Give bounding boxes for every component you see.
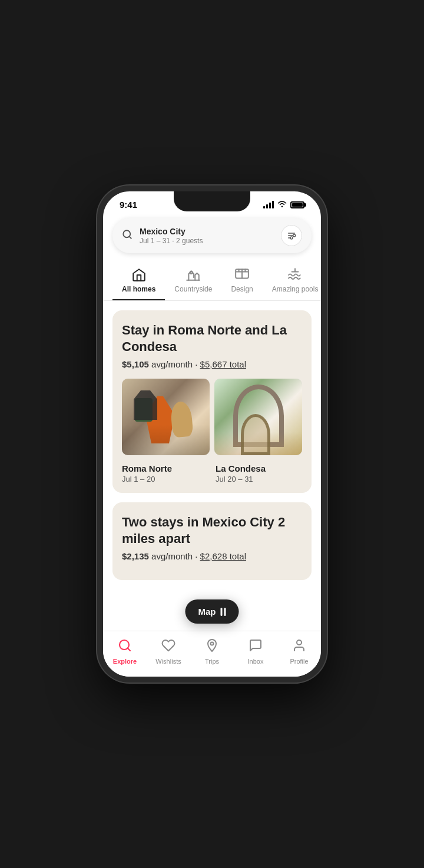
- avg-label-1: avg/month ·: [151, 359, 200, 369]
- search-location: Mexico City: [140, 227, 274, 236]
- svg-point-10: [211, 642, 214, 645]
- filter-button[interactable]: [281, 225, 302, 246]
- category-tabs: All homes Countryside Design: [103, 259, 321, 300]
- tab-divider: [103, 300, 321, 301]
- nav-wishlists[interactable]: Wishlists: [147, 636, 190, 667]
- search-dates: Jul 1 – 31 · 2 guests: [140, 237, 274, 245]
- search-bar[interactable]: Mexico City Jul 1 – 31 · 2 guests: [112, 218, 312, 253]
- status-icons: [263, 200, 304, 209]
- listing-info-condesa: La Condesa Jul 20 – 31: [216, 463, 302, 483]
- svg-line-1: [129, 236, 131, 238]
- stay-card-2[interactable]: Two stays in Mexico City 2 miles apart $…: [112, 502, 312, 580]
- avg-label-2: avg/month ·: [151, 551, 200, 561]
- nav-trips-label: Trips: [205, 658, 219, 665]
- tab-countryside-label: Countryside: [174, 285, 212, 293]
- trips-icon: [205, 638, 219, 656]
- listing-info-roma: Roma Norte Jul 1 – 20: [122, 463, 208, 483]
- stay-card-1-price: $5,105 avg/month · $5,667 total: [122, 359, 302, 369]
- tab-amazing-pools-label: Amazing pools: [272, 285, 319, 293]
- signal-icon: [263, 201, 274, 208]
- svg-line-9: [128, 648, 130, 651]
- listing-images-1: [122, 379, 302, 455]
- total-link-2[interactable]: $2,628 total: [200, 551, 246, 561]
- stay-card-2-title: Two stays in Mexico City 2 miles apart: [122, 514, 302, 546]
- explore-icon: [118, 638, 132, 656]
- cards-container: Stay in Roma Norte and La Condesa $5,105…: [103, 310, 321, 646]
- notch: [174, 191, 250, 211]
- avg-price-2: $2,135: [122, 551, 149, 561]
- listing-name-condesa: La Condesa: [216, 463, 302, 473]
- map-button[interactable]: Map: [186, 599, 239, 624]
- wifi-icon: [277, 200, 287, 209]
- status-time: 9:41: [120, 200, 137, 210]
- avg-price-1: $5,105: [122, 359, 149, 369]
- listing-img-roma: [122, 379, 210, 455]
- map-button-label: Map: [198, 607, 216, 617]
- tab-design[interactable]: Design: [221, 264, 262, 300]
- nav-explore-label: Explore: [113, 658, 137, 665]
- tab-design-label: Design: [231, 285, 253, 293]
- tab-all-homes[interactable]: All homes: [112, 264, 165, 300]
- svg-point-11: [297, 640, 302, 645]
- nav-explore[interactable]: Explore: [103, 636, 147, 667]
- nav-inbox[interactable]: Inbox: [234, 636, 277, 667]
- svg-point-4: [293, 234, 296, 237]
- phone-frame: 9:41: [97, 185, 327, 683]
- roma-norte-image: [122, 379, 210, 455]
- battery-icon: [290, 201, 304, 208]
- search-text: Mexico City Jul 1 – 31 · 2 guests: [140, 227, 274, 245]
- svg-point-6: [290, 237, 293, 239]
- stay-card-1[interactable]: Stay in Roma Norte and La Condesa $5,105…: [112, 310, 312, 493]
- listing-name-roma: Roma Norte: [122, 463, 208, 473]
- nav-wishlists-label: Wishlists: [155, 658, 181, 665]
- inbox-icon: [249, 638, 263, 656]
- wishlists-icon: [161, 638, 175, 656]
- stay-card-1-title: Stay in Roma Norte and La Condesa: [122, 322, 302, 355]
- search-icon: [122, 229, 132, 243]
- listing-img-condesa: [214, 379, 302, 455]
- tab-amazing-pools[interactable]: Amazing pools: [263, 264, 321, 300]
- nav-trips[interactable]: Trips: [190, 636, 234, 667]
- total-link-1[interactable]: $5,667 total: [200, 359, 246, 369]
- listings-grid: Roma Norte Jul 1 – 20 La Condesa Jul 20 …: [122, 461, 302, 483]
- nav-profile-label: Profile: [290, 658, 308, 665]
- nav-inbox-label: Inbox: [248, 658, 264, 665]
- profile-icon: [292, 638, 306, 656]
- tab-all-homes-label: All homes: [122, 285, 155, 293]
- listing-dates-roma: Jul 1 – 20: [122, 475, 208, 483]
- bottom-nav: Explore Wishlists Trips: [103, 631, 321, 677]
- listing-dates-condesa: Jul 20 – 31: [216, 475, 302, 483]
- stay-card-2-price: $2,135 avg/month · $2,628 total: [122, 551, 302, 561]
- la-condesa-image: [214, 379, 302, 455]
- nav-profile[interactable]: Profile: [277, 636, 321, 667]
- pause-icon: [221, 608, 226, 616]
- tab-countryside[interactable]: Countryside: [165, 264, 221, 300]
